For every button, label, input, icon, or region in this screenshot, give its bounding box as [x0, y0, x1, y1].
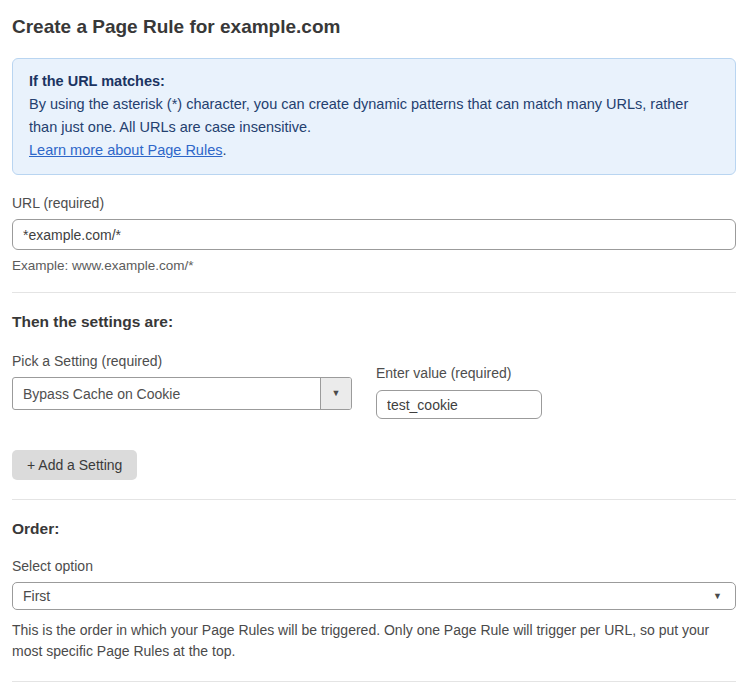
order-help-text: This is the order in which your Page Rul… [12, 620, 736, 662]
order-select-label: Select option [12, 558, 736, 574]
setting-value-input[interactable] [376, 390, 542, 419]
divider [12, 681, 736, 682]
info-box-body: By using the asterisk (*) character, you… [29, 93, 719, 139]
link-suffix: . [222, 142, 226, 158]
settings-section-heading: Then the settings are: [12, 313, 736, 331]
add-setting-button[interactable]: + Add a Setting [12, 450, 137, 480]
value-input-label: Enter value (required) [376, 365, 542, 381]
info-box-link-line: Learn more about Page Rules. [29, 139, 719, 162]
url-input[interactable] [12, 219, 736, 250]
setting-select-value: Bypass Cache on Cookie [13, 386, 320, 402]
url-matches-info-box: If the URL matches: By using the asteris… [12, 58, 736, 175]
setting-select-arrow-button[interactable]: ▼ [320, 378, 351, 409]
order-select[interactable]: First ▼ [12, 582, 736, 610]
setting-select-column: Pick a Setting (required) Bypass Cache o… [12, 331, 352, 410]
setting-select[interactable]: Bypass Cache on Cookie ▼ [12, 377, 352, 410]
order-section-heading: Order: [12, 520, 736, 538]
page-title: Create a Page Rule for example.com [12, 14, 736, 40]
setting-select-label: Pick a Setting (required) [12, 353, 352, 369]
url-field-label: URL (required) [12, 195, 736, 211]
chevron-down-icon: ▼ [332, 389, 341, 398]
info-box-heading: If the URL matches: [29, 70, 719, 93]
divider [12, 292, 736, 293]
setting-value-column: Enter value (required) [376, 331, 542, 419]
url-example-hint: Example: www.example.com/* [12, 258, 736, 273]
settings-row: Pick a Setting (required) Bypass Cache o… [12, 331, 736, 419]
order-select-value: First [13, 588, 713, 604]
divider [12, 499, 736, 500]
learn-more-link[interactable]: Learn more about Page Rules [29, 142, 222, 158]
chevron-down-icon: ▼ [713, 592, 722, 601]
